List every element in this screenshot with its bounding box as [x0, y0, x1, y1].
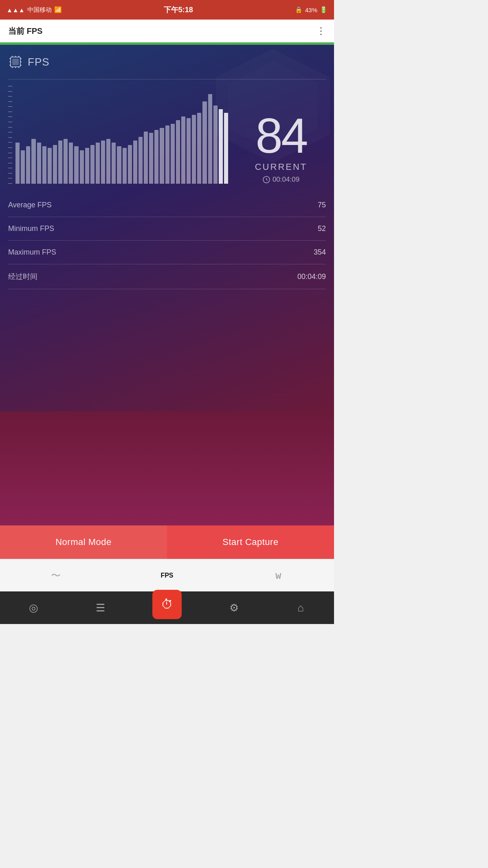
bar — [149, 133, 153, 184]
bar — [197, 113, 201, 184]
bar — [219, 109, 223, 184]
page-title: 当前 FPS — [8, 26, 42, 37]
clock-icon — [263, 176, 270, 183]
nav-home[interactable]: ⌂ — [267, 591, 334, 624]
bar — [48, 148, 52, 184]
scale-mark — [8, 101, 12, 102]
nav-center[interactable]: ⏱ — [134, 591, 200, 624]
elapsed-time-label: 经过时间 — [8, 272, 37, 281]
status-right: 🔒 43% 🔋 — [295, 6, 328, 13]
scale-mark — [8, 137, 12, 138]
fps-timer-row: 00:04:09 — [236, 176, 326, 184]
tab-chart[interactable]: 〜 — [0, 559, 111, 591]
battery-percent: 43% — [305, 7, 317, 13]
nav-settings[interactable]: ⚙ — [200, 591, 267, 624]
bar — [144, 132, 148, 184]
scale-mark — [8, 147, 12, 148]
bar — [26, 146, 30, 184]
bar — [21, 150, 25, 184]
max-fps-value: 354 — [314, 248, 326, 257]
bar — [101, 141, 105, 184]
bar — [90, 145, 95, 184]
svg-rect-3 — [12, 59, 19, 65]
bar-chart — [8, 86, 228, 184]
start-capture-button[interactable]: Start Capture — [167, 525, 334, 559]
bar — [74, 146, 78, 184]
fps-tab-label: FPS — [160, 572, 173, 579]
scale-mark — [8, 158, 12, 158]
bar — [187, 118, 191, 184]
normal-mode-button[interactable]: Normal Mode — [0, 525, 167, 559]
bar — [224, 113, 228, 184]
bar — [42, 146, 46, 184]
bar — [112, 143, 116, 184]
tab-bar: 〜 FPS w — [0, 559, 334, 591]
status-bar: ▲▲▲ 中国移动 📶 下午5:18 🔒 43% 🔋 — [0, 0, 334, 20]
bar — [117, 146, 121, 184]
status-time: 下午5:18 — [164, 5, 193, 15]
chip-icon — [8, 55, 23, 69]
avg-fps-label: Average FPS — [8, 201, 52, 209]
signal-icon: ▲▲▲ — [7, 7, 25, 13]
bar — [123, 148, 127, 184]
elapsed-time-value: 00:04:09 — [297, 272, 326, 281]
scale-mark — [8, 86, 12, 86]
fps-timer-value: 00:04:09 — [273, 176, 299, 184]
speedometer-button[interactable]: ⏱ — [152, 590, 182, 619]
tab-wallet[interactable]: w — [223, 559, 334, 591]
title-bar: 当前 FPS ⋮ — [0, 20, 334, 42]
scale-mark — [8, 122, 12, 122]
current-fps-display: 84 CURRENT 00:04:09 — [236, 111, 326, 184]
status-left: ▲▲▲ 中国移动 📶 — [7, 6, 62, 14]
bar — [154, 130, 158, 184]
home-icon: ⌂ — [297, 602, 304, 614]
bar — [171, 124, 175, 184]
fps-header: FPS — [8, 55, 326, 69]
scale-mark — [8, 168, 12, 168]
scale-mark — [8, 178, 12, 178]
settings-icon: ⚙ — [229, 602, 239, 614]
min-fps-label: Minimum FPS — [8, 224, 54, 233]
bar — [208, 94, 212, 184]
bar — [96, 143, 100, 184]
speedometer-icon: ⏱ — [161, 598, 173, 611]
bar — [58, 141, 62, 184]
scale-mark — [8, 96, 12, 97]
section-divider — [8, 79, 326, 79]
stat-row: Average FPS 75 — [8, 193, 326, 217]
scale-mark — [8, 127, 12, 127]
bar — [31, 139, 35, 184]
menu-icon: ☰ — [96, 602, 105, 614]
fps-section-label: FPS — [28, 56, 50, 68]
tab-fps[interactable]: FPS — [111, 559, 222, 591]
current-fps-label: CURRENT — [236, 162, 326, 172]
bottom-buttons: Normal Mode Start Capture — [0, 525, 334, 559]
avg-fps-value: 75 — [318, 201, 326, 209]
scale-mark — [8, 153, 12, 153]
bar — [160, 128, 164, 184]
lock-icon: 🔒 — [295, 6, 303, 13]
nav-bar: ◎ ☰ ⏱ ⚙ ⌂ — [0, 591, 334, 624]
chart-tab-icon: 〜 — [51, 569, 61, 582]
bar — [138, 137, 143, 184]
scale-marks — [8, 86, 12, 184]
fps-panel: FPS — [0, 45, 334, 411]
bar — [128, 145, 132, 184]
bar — [176, 120, 180, 184]
chart-section: 84 CURRENT 00:04:09 — [8, 86, 326, 184]
wallet-tab-icon: w — [275, 570, 281, 581]
bar — [165, 125, 169, 184]
svg-line-18 — [266, 180, 268, 180]
nav-menu[interactable]: ☰ — [67, 591, 134, 624]
scale-mark — [8, 91, 12, 92]
max-fps-label: Maximum FPS — [8, 248, 56, 257]
more-options-icon[interactable]: ⋮ — [316, 25, 326, 37]
bar — [85, 148, 89, 184]
stat-row: 经过时间 00:04:09 — [8, 264, 326, 289]
bar — [106, 139, 110, 184]
current-fps-value: 84 — [236, 111, 326, 160]
bar — [80, 150, 84, 184]
bar — [133, 141, 137, 184]
scale-mark — [8, 142, 12, 143]
nav-location[interactable]: ◎ — [0, 591, 67, 624]
